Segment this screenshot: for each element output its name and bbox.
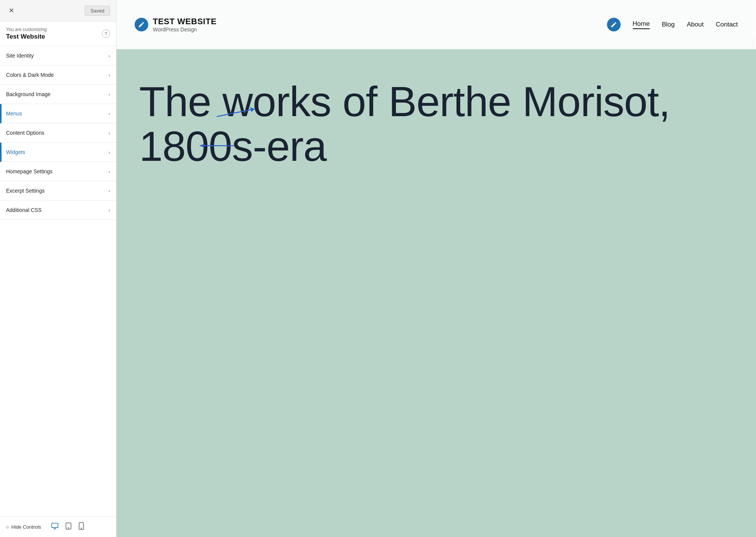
chevron-icon: › bbox=[109, 149, 110, 155]
svg-point-2 bbox=[68, 528, 69, 528]
sidebar-item-label-content-options: Content Options bbox=[6, 130, 44, 136]
sidebar-item-background-image[interactable]: Background Image› bbox=[0, 85, 116, 104]
chevron-icon: › bbox=[109, 111, 110, 117]
preview-site-title: TEST WEBSITE bbox=[153, 17, 217, 26]
mobile-view-button[interactable] bbox=[78, 521, 85, 532]
site-name-block: TEST WEBSITE WordPress Design bbox=[153, 17, 217, 33]
close-button[interactable]: ✕ bbox=[6, 5, 17, 16]
eye-icon: ○ bbox=[6, 524, 9, 530]
sidebar-item-colors-dark-mode[interactable]: Colors & Dark Mode› bbox=[0, 65, 116, 85]
sidebar-item-label-background-image: Background Image bbox=[6, 91, 51, 97]
sidebar-item-excerpt-settings[interactable]: Excerpt Settings› bbox=[0, 181, 116, 201]
preview-topbar: TEST WEBSITE WordPress Design HomeBlogAb… bbox=[116, 0, 756, 49]
preview-area: TEST WEBSITE WordPress Design HomeBlogAb… bbox=[116, 0, 756, 537]
nav-list: Site Identity›Colors & Dark Mode›Backgro… bbox=[0, 46, 116, 517]
help-icon[interactable]: ? bbox=[102, 30, 110, 38]
preview-nav-link-contact[interactable]: Contact bbox=[716, 21, 738, 28]
preview-nav: HomeBlogAboutContact bbox=[633, 20, 738, 29]
sidebar-item-label-widgets: Widgets bbox=[6, 149, 25, 155]
saved-badge: Saved bbox=[85, 6, 110, 16]
desktop-view-button[interactable] bbox=[50, 521, 59, 532]
site-logo-area: TEST WEBSITE WordPress Design bbox=[135, 17, 217, 33]
hide-controls-button[interactable]: ○ Hide Controls bbox=[6, 524, 41, 530]
sidebar-item-homepage-settings[interactable]: Homepage Settings› bbox=[0, 162, 116, 181]
chevron-icon: › bbox=[109, 169, 110, 174]
customizing-text: You are customizing Test Website bbox=[6, 27, 102, 40]
site-title: Test Website bbox=[6, 33, 102, 40]
logo-edit-icon[interactable] bbox=[135, 18, 148, 31]
sidebar-item-label-additional-css: Additional CSS bbox=[6, 207, 42, 213]
preview-nav-link-blog[interactable]: Blog bbox=[662, 21, 675, 28]
hero-text: The works of Berthe Morisot, 1800s-era bbox=[139, 79, 733, 168]
sidebar-footer: ○ Hide Controls bbox=[0, 517, 116, 537]
hide-controls-label: Hide Controls bbox=[11, 524, 41, 530]
sidebar-item-content-options[interactable]: Content Options› bbox=[0, 123, 116, 143]
sidebar-item-label-homepage-settings: Homepage Settings bbox=[6, 168, 53, 174]
tablet-view-button[interactable] bbox=[64, 521, 73, 532]
customizing-section: You are customizing Test Website ? bbox=[0, 22, 116, 46]
sidebar-item-label-excerpt-settings: Excerpt Settings bbox=[6, 188, 45, 194]
preview-nav-link-about[interactable]: About bbox=[687, 21, 703, 28]
sidebar: ✕ Saved You are customizing Test Website… bbox=[0, 0, 116, 537]
chevron-icon: › bbox=[109, 72, 110, 78]
sidebar-item-label-menus: Menus bbox=[6, 111, 22, 117]
sidebar-item-widgets[interactable]: Widgets› bbox=[0, 143, 116, 162]
preview-site-tagline: WordPress Design bbox=[153, 26, 217, 33]
sidebar-item-label-site-identity: Site Identity bbox=[6, 53, 34, 59]
hero-area: The works of Berthe Morisot, 1800s-era bbox=[116, 49, 756, 537]
nav-edit-icon[interactable] bbox=[607, 18, 621, 31]
sidebar-item-menus[interactable]: Menus› bbox=[0, 104, 116, 123]
customizing-label: You are customizing bbox=[6, 27, 102, 32]
view-icons bbox=[50, 521, 85, 532]
svg-rect-0 bbox=[51, 523, 58, 528]
svg-point-4 bbox=[81, 528, 82, 529]
preview-nav-link-home[interactable]: Home bbox=[633, 20, 650, 29]
preview-nav-area: HomeBlogAboutContact bbox=[607, 18, 738, 31]
sidebar-item-additional-css[interactable]: Additional CSS› bbox=[0, 201, 116, 220]
chevron-icon: › bbox=[109, 53, 110, 59]
chevron-icon: › bbox=[109, 92, 110, 97]
chevron-icon: › bbox=[109, 207, 110, 213]
chevron-icon: › bbox=[109, 130, 110, 136]
chevron-icon: › bbox=[109, 188, 110, 194]
sidebar-item-label-colors-dark-mode: Colors & Dark Mode bbox=[6, 72, 54, 78]
sidebar-item-site-identity[interactable]: Site Identity› bbox=[0, 46, 116, 65]
sidebar-header: ✕ Saved bbox=[0, 0, 116, 22]
